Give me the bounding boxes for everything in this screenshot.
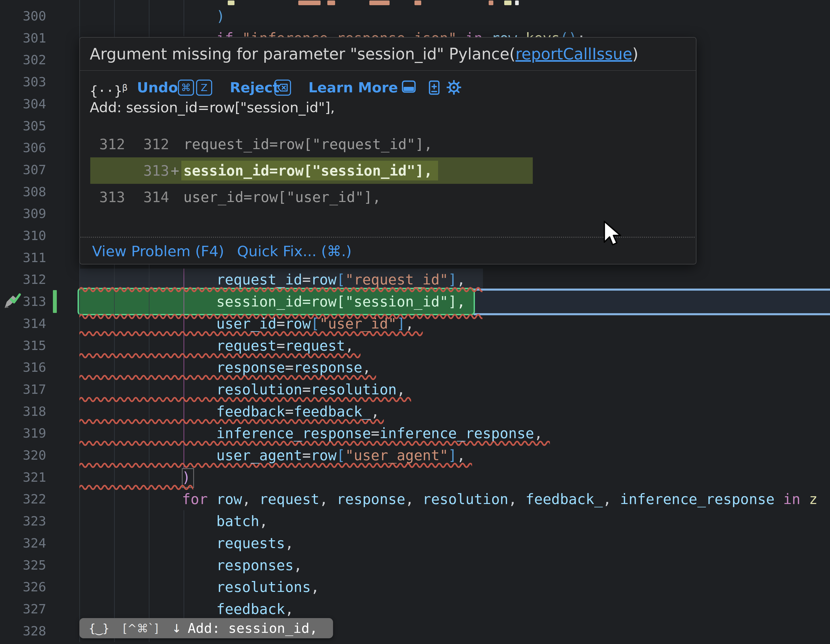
line-number: 310 (0, 225, 46, 247)
code-text: inference_response=inference_response, (216, 422, 543, 445)
diff-row-context: 312312request_id=row["request_id"], (80, 131, 697, 157)
inserted-line-gutter-bar (53, 290, 57, 313)
line-number: 312 (0, 269, 46, 291)
diff-new-line-number: 312 (133, 131, 169, 157)
diff-code-text: request_id=row["request_id"], (184, 131, 432, 157)
line-number: 324 (0, 532, 46, 554)
code-text: feedback=feedback_, (216, 400, 379, 422)
line-number: 314 (0, 313, 46, 335)
diff-row-added: 313+session_id=row["session_id"], (80, 157, 697, 184)
code-line-318[interactable]: 318feedback=feedback_, (0, 400, 830, 422)
code-text: ) (216, 5, 225, 27)
code-text: requests, (216, 532, 294, 554)
clipped-code-fragment (415, 0, 421, 5)
line-number: 305 (0, 115, 46, 137)
code-line-313[interactable]: 313session_id=row["session_id"], (0, 291, 830, 313)
code-line-321[interactable]: 321) (0, 467, 830, 489)
line-number: 319 (0, 422, 46, 445)
line-number: 302 (0, 49, 46, 71)
diff-old-line-number: 312 (85, 131, 125, 157)
code-line-324[interactable]: 324requests, (0, 532, 830, 554)
clipped-code-fragment (515, 0, 519, 5)
down-arrow-icon: ↓ (172, 622, 182, 635)
code-text: response=response, (216, 356, 371, 378)
code-text: responses, (216, 554, 302, 576)
diff-new-line-number: 314 (133, 184, 169, 210)
clipped-code-fragment (369, 0, 390, 5)
line-number: 317 (0, 378, 46, 400)
code-line-317[interactable]: 317resolution=resolution, (0, 378, 830, 400)
line-number: 304 (0, 93, 46, 115)
code-text: batch, (216, 510, 268, 532)
code-line-322[interactable]: 322for row, request, response, resolutio… (0, 488, 830, 510)
suggestion-shortcut: [^⌘`] (123, 622, 158, 635)
line-number: 326 (0, 576, 46, 598)
line-number: 309 (0, 203, 46, 225)
code-line-300[interactable]: 300) (0, 5, 830, 27)
code-text: user_id=row["user_id"], (216, 313, 414, 335)
view-problem-button[interactable]: View Problem (F4) (92, 243, 224, 259)
mouse-cursor (602, 220, 623, 247)
clipped-code-fragment (504, 0, 512, 5)
clipped-code-fragment (228, 0, 234, 5)
diff-plus-sign: + (171, 157, 179, 184)
diff-old-line-number: 313 (85, 184, 125, 210)
line-number: 300 (0, 5, 46, 27)
clipped-code-fragment (489, 0, 493, 5)
code-text: resolution=resolution, (216, 378, 405, 400)
code-text: request_id=row["request_id"], (216, 269, 465, 291)
code-line-316[interactable]: 316response=response, (0, 356, 830, 378)
line-number: 320 (0, 445, 46, 467)
clipped-code-fragment (298, 0, 321, 5)
line-number: 301 (0, 27, 46, 49)
line-number: 315 (0, 335, 46, 357)
diff-row-context: 313314user_id=row["user_id"], (80, 184, 697, 210)
code-text: user_agent=row["user_agent"], (216, 445, 465, 467)
code-line-327[interactable]: 327feedback, (0, 598, 830, 620)
line-number: 328 (0, 620, 46, 642)
code-text: request=request, (216, 335, 354, 357)
code-text: for row, request, response, resolution, … (182, 488, 817, 510)
code-line-320[interactable]: 320user_agent=row["user_agent"], (0, 445, 830, 467)
line-number: 303 (0, 71, 46, 93)
code-line-312[interactable]: 312request_id=row["request_id"], (0, 269, 830, 291)
code-line-315[interactable]: 315request=request, (0, 335, 830, 357)
code-text: feedback, (216, 598, 294, 620)
line-number: 321 (0, 467, 46, 489)
copilot-icon: {‿} (89, 622, 109, 635)
code-line-326[interactable]: 326resolutions, (0, 576, 830, 598)
code-line-314[interactable]: 314user_id=row["user_id"], (0, 313, 830, 335)
suggestion-label: Add: session_id, (188, 620, 318, 636)
line-number: 311 (0, 247, 46, 269)
line-number: 325 (0, 554, 46, 576)
line-number: 322 (0, 488, 46, 510)
inline-suggestion-pill[interactable]: {‿} [^⌘`] ↓ Add: session_id, (79, 618, 333, 638)
diff-code-text: user_id=row["user_id"], (184, 184, 381, 210)
line-number: 308 (0, 181, 46, 203)
code-line-323[interactable]: 323batch, (0, 510, 830, 532)
vscode-editor-screen: 300)301if "inference_response_json" in r… (0, 0, 830, 644)
code-text: resolutions, (216, 576, 319, 598)
line-number: 306 (0, 137, 46, 159)
clipped-code-fragment (327, 0, 335, 5)
code-text: session_id=row["session_id"], (216, 291, 465, 313)
line-number: 307 (0, 159, 46, 181)
code-line-325[interactable]: 325responses, (0, 554, 830, 576)
line-number: 316 (0, 356, 46, 378)
line-number: 327 (0, 598, 46, 620)
diff-code-text: session_id=row["session_id"], (184, 157, 438, 184)
code-text: ) (182, 467, 191, 489)
quick-fix-button[interactable]: Quick Fix... (⌘.) (237, 243, 352, 259)
copilot-edit-pen-icon[interactable] (1, 292, 21, 310)
code-line-319[interactable]: 319inference_response=inference_response… (0, 422, 830, 445)
line-number: 318 (0, 400, 46, 422)
line-number: 323 (0, 510, 46, 532)
diff-new-line-number: 313 (133, 157, 169, 184)
